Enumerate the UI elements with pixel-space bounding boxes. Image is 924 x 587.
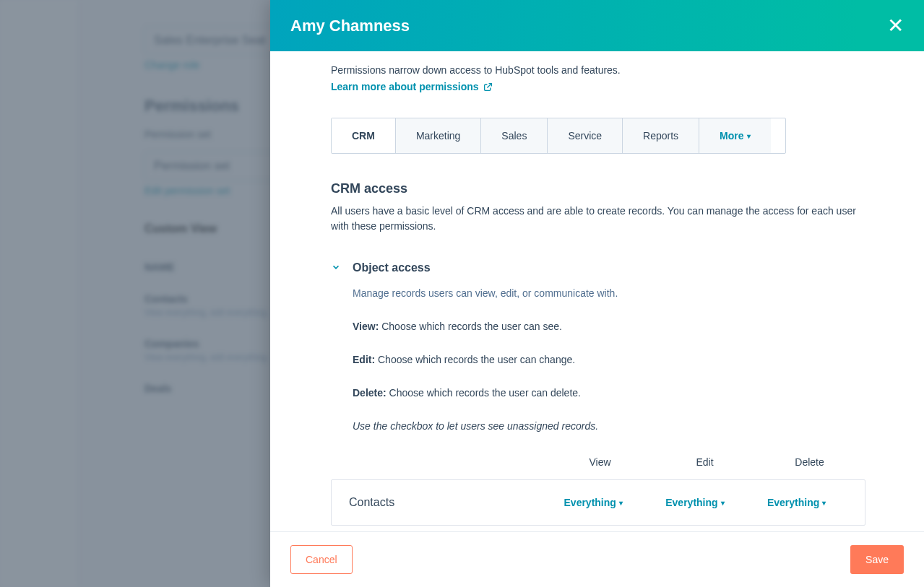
permissions-intro: Permissions narrow down access to HubSpo… (331, 64, 904, 76)
edit-dropdown[interactable]: Everything ▾ (665, 497, 724, 508)
modal-header: Amy Chamness ✕ (270, 0, 924, 51)
cancel-button[interactable]: Cancel (290, 545, 353, 574)
edit-definition: Edit: Choose which records the user can … (353, 354, 904, 365)
close-icon[interactable]: ✕ (887, 16, 904, 36)
view-definition: View: Choose which records the user can … (353, 321, 904, 332)
tab-sales[interactable]: Sales (481, 118, 548, 153)
crm-access-heading: CRM access (331, 181, 904, 196)
col-header-edit: Edit (652, 456, 757, 468)
crm-access-desc: All users have a basic level of CRM acce… (331, 204, 865, 234)
caret-down-icon: ▾ (747, 132, 751, 140)
object-access-table: View Edit Delete Contacts Everything ▾ E… (331, 456, 865, 526)
table-row: Contacts Everything ▾ Everything ▾ Every (331, 479, 865, 526)
permission-tabs: CRM Marketing Sales Service Reports More… (331, 118, 786, 154)
modal-body[interactable]: Permissions narrow down access to HubSpo… (270, 51, 924, 531)
caret-down-icon: ▾ (619, 499, 623, 507)
table-header: View Edit Delete (331, 456, 865, 479)
save-button[interactable]: Save (850, 545, 904, 574)
tab-reports[interactable]: Reports (623, 118, 699, 153)
user-permissions-modal: Amy Chamness ✕ Permissions narrow down a… (270, 0, 924, 587)
learn-more-link[interactable]: Learn more about permissions (331, 81, 493, 92)
learn-more-label: Learn more about permissions (331, 81, 479, 92)
unassigned-hint: Use the checkbox to let users see unassi… (353, 420, 904, 432)
external-link-icon (483, 82, 493, 92)
caret-down-icon: ▾ (721, 499, 725, 507)
tab-marketing[interactable]: Marketing (396, 118, 481, 153)
delete-dropdown[interactable]: Everything ▾ (767, 497, 826, 508)
col-header-view: View (548, 456, 652, 468)
modal-title: Amy Chamness (290, 17, 410, 35)
col-header-delete: Delete (757, 456, 862, 468)
object-access-desc: Manage records users can view, edit, or … (353, 287, 904, 299)
object-access-toggle[interactable]: Object access (331, 261, 904, 274)
row-name: Contacts (349, 496, 543, 509)
view-dropdown[interactable]: Everything ▾ (564, 497, 623, 508)
tab-more[interactable]: More ▾ (699, 118, 770, 153)
object-access-heading: Object access (353, 261, 431, 274)
caret-down-icon: ▾ (822, 499, 826, 507)
tab-crm[interactable]: CRM (332, 118, 396, 153)
modal-footer: Cancel Save (270, 531, 924, 587)
delete-definition: Delete: Choose which records the user ca… (353, 387, 904, 399)
tab-service[interactable]: Service (548, 118, 623, 153)
tab-more-label: More (720, 130, 743, 142)
chevron-down-icon (331, 262, 341, 274)
